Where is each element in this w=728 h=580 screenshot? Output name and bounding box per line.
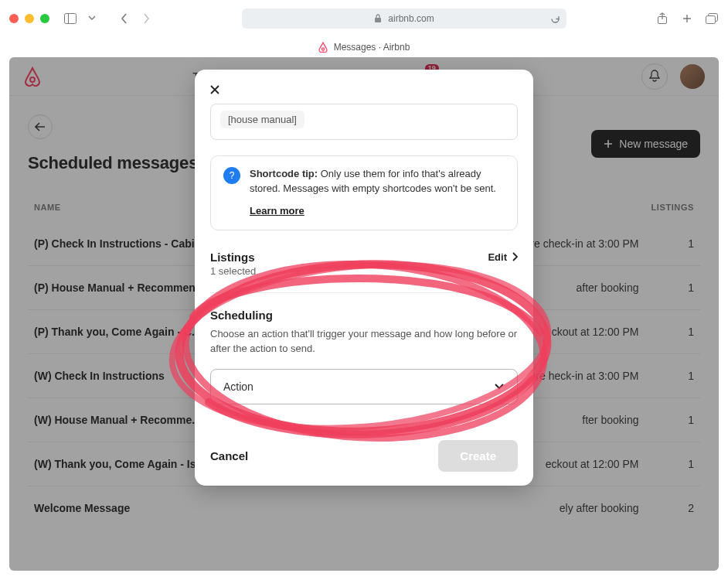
- create-message-modal: [house manual] ? Shortcode tip: Only use…: [195, 70, 533, 486]
- scheduling-heading: Scheduling: [210, 309, 518, 322]
- svg-point-6: [321, 48, 324, 50]
- listings-selected: 1 selected: [210, 265, 518, 277]
- close-modal-button[interactable]: [204, 79, 226, 101]
- refresh-icon[interactable]: [550, 14, 560, 24]
- listings-heading: Listings: [210, 251, 255, 264]
- svg-rect-5: [706, 16, 716, 24]
- create-button[interactable]: Create: [438, 440, 518, 472]
- new-tab-icon[interactable]: [680, 12, 694, 26]
- shortcode-tip: ? Shortcode tip: Only use them for info …: [210, 155, 518, 230]
- minimize-window-button[interactable]: [25, 14, 34, 23]
- airbnb-logo-icon: [318, 42, 328, 53]
- chevron-down-icon: [494, 383, 505, 391]
- help-icon: ?: [223, 167, 240, 184]
- tip-label: Shortcode tip:: [250, 168, 318, 179]
- svg-rect-0: [65, 14, 77, 24]
- listings-section: Listings Edit 1 selected: [210, 247, 518, 277]
- forward-icon[interactable]: [139, 12, 153, 26]
- tabs-icon[interactable]: [705, 12, 719, 26]
- back-icon[interactable]: [117, 12, 131, 26]
- shortcode-box: [house manual]: [210, 104, 518, 140]
- address-bar[interactable]: airbnb.com: [242, 9, 566, 29]
- window-controls: [9, 14, 49, 23]
- tab-title: Messages · Airbnb: [334, 42, 410, 53]
- learn-more-link[interactable]: Learn more: [250, 204, 304, 219]
- scheduling-section: Scheduling Choose an action that'll trig…: [210, 292, 518, 404]
- browser-tab: Messages · Airbnb: [9, 37, 719, 57]
- sidebar-toggle-icon[interactable]: [63, 12, 77, 26]
- close-window-button[interactable]: [9, 14, 19, 23]
- url-text: airbnb.com: [388, 13, 434, 24]
- browser-chrome: airbnb.com: [9, 6, 719, 31]
- share-icon[interactable]: [655, 12, 669, 26]
- maximize-window-button[interactable]: [40, 14, 49, 23]
- chevron-down-icon[interactable]: [85, 12, 99, 26]
- shortcode-chip[interactable]: [house manual]: [220, 111, 304, 128]
- action-select-label: Action: [223, 380, 253, 393]
- lock-icon: [374, 14, 382, 23]
- scheduling-desc: Choose an action that'll trigger your me…: [210, 326, 518, 357]
- action-select[interactable]: Action: [210, 369, 518, 404]
- cancel-button[interactable]: Cancel: [210, 449, 248, 462]
- edit-label: Edit: [488, 251, 507, 263]
- edit-listings-button[interactable]: Edit: [488, 251, 518, 263]
- modal-footer: Cancel Create: [195, 426, 533, 486]
- svg-rect-2: [375, 18, 381, 22]
